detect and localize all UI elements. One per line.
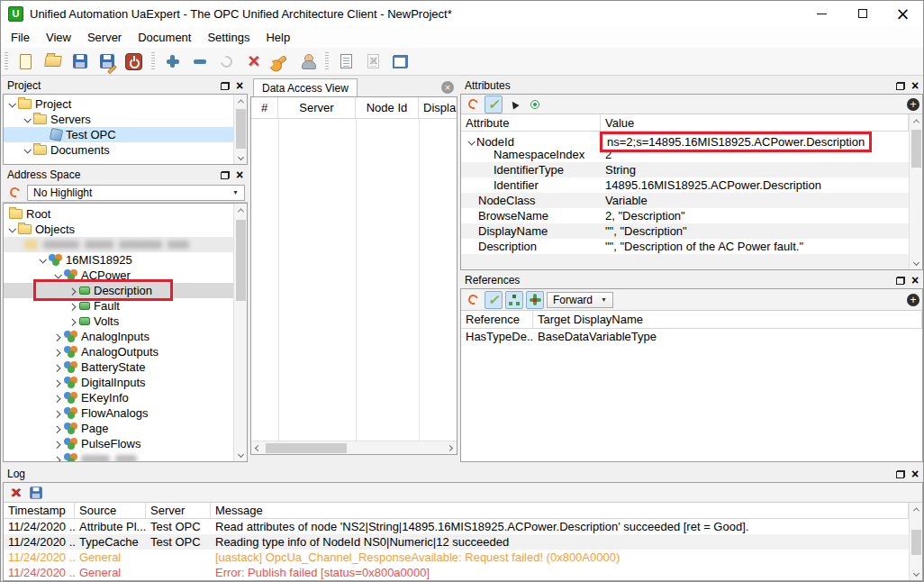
tree-item-ekeyinfo[interactable]: EKeyInfo [4, 390, 233, 405]
save-project-as-button[interactable] [95, 50, 118, 73]
attribute-row-nodeclass[interactable]: NodeClass Variable [461, 193, 909, 208]
scroll-down-icon[interactable] [234, 150, 248, 164]
toolbar-drag-handle[interactable] [151, 52, 155, 70]
close-panel-icon[interactable] [236, 168, 243, 182]
tree-item-documents[interactable]: Documents [4, 142, 233, 158]
chevron-right-icon[interactable] [53, 364, 60, 371]
direction-dropdown[interactable]: Forward [547, 292, 613, 308]
reconnect-server-button[interactable] [215, 50, 238, 73]
column-header-display[interactable]: Displa [419, 97, 457, 118]
attribute-row-description[interactable]: Description "", "Description of the AC P… [461, 239, 909, 254]
menu-help[interactable]: Help [258, 28, 298, 47]
clear-log-button[interactable] [6, 484, 24, 502]
column-header-target[interactable]: Target DisplayName [533, 311, 922, 328]
remove-document-button[interactable] [362, 50, 385, 73]
tree-item-objects[interactable]: Objects [4, 222, 233, 237]
highlight-filter-dropdown[interactable]: No Highlight [27, 185, 245, 201]
column-header-server[interactable]: Server [146, 503, 211, 518]
add-reference-button[interactable] [907, 294, 919, 306]
tree-item-volts[interactable]: Volts [4, 314, 233, 329]
attribute-row-identifier[interactable]: Identifier 14895.16MIS18925.ACPower.Desc… [461, 177, 909, 193]
refresh-button[interactable] [5, 184, 23, 202]
dav-horizontal-scrollbar[interactable] [251, 441, 457, 454]
column-header-source[interactable]: Source [75, 503, 146, 518]
tree-item-test-opc[interactable]: Test OPC [4, 127, 233, 142]
scroll-up-icon[interactable] [234, 204, 248, 217]
remove-selected-button[interactable] [242, 50, 265, 73]
hierarchical-references-toggle[interactable] [505, 291, 523, 309]
new-project-button[interactable] [14, 50, 37, 73]
column-header-timestamp[interactable]: Timestamp [4, 503, 75, 518]
chevron-right-icon[interactable] [68, 287, 76, 295]
save-project-button[interactable] [68, 50, 91, 73]
add-view-button[interactable] [389, 50, 412, 73]
tree-item-16mis18925[interactable]: 16MIS18925 [4, 252, 233, 268]
close-panel-icon[interactable] [911, 79, 919, 93]
tree-item-root[interactable]: Root [4, 206, 233, 222]
scrollbar-thumb[interactable] [911, 530, 921, 555]
scroll-right-icon[interactable] [443, 441, 457, 455]
scroll-down-icon[interactable] [910, 567, 923, 580]
address-space-scrollbar[interactable] [233, 204, 247, 461]
column-header-message[interactable]: Message [211, 503, 909, 518]
close-button[interactable] [883, 1, 923, 26]
refresh-button[interactable] [464, 291, 482, 309]
save-log-button[interactable] [27, 484, 45, 502]
tree-item-digitalinputs[interactable]: DigitalInputs [4, 375, 233, 390]
float-panel-icon[interactable] [896, 277, 905, 285]
change-user-button[interactable] [296, 50, 319, 73]
attribute-row-identifiertype[interactable]: IdentifierType String [461, 162, 909, 177]
chevron-right-icon[interactable] [68, 318, 76, 325]
chevron-down-icon[interactable] [8, 225, 15, 232]
reference-row[interactable]: HasTypeDe... BaseDataVariableType [461, 329, 922, 344]
scrollbar-thumb[interactable] [266, 443, 347, 453]
close-panel-icon[interactable] [911, 468, 919, 481]
tree-item-page[interactable]: Page [4, 421, 233, 436]
tab-data-access-view[interactable]: Data Access View [253, 78, 358, 96]
add-attribute-button[interactable] [907, 98, 919, 111]
remove-server-button[interactable] [188, 50, 211, 73]
chevron-right-icon[interactable] [53, 456, 60, 462]
chevron-down-icon[interactable] [39, 256, 46, 263]
auto-update-toggle[interactable] [485, 95, 503, 114]
follow-references-toggle[interactable] [526, 291, 544, 309]
scrollbar-thumb[interactable] [236, 220, 246, 301]
float-panel-icon[interactable] [896, 82, 905, 90]
tree-item-redacted[interactable] [4, 237, 233, 252]
tree-item-description[interactable]: Description [4, 283, 233, 298]
float-panel-icon[interactable] [896, 470, 905, 478]
chevron-down-icon[interactable] [54, 271, 61, 278]
chevron-down-icon[interactable] [23, 115, 31, 123]
column-header-value[interactable]: Value [601, 114, 909, 131]
scroll-up-icon[interactable] [910, 114, 923, 128]
follow-cursor-button[interactable] [505, 95, 523, 114]
tree-item-flowanalogs[interactable]: FlowAnalogs [4, 405, 233, 421]
menu-server[interactable]: Server [79, 28, 130, 47]
column-header-attribute[interactable]: Attribute [461, 114, 601, 131]
tree-item-fault[interactable]: Fault [4, 298, 233, 314]
tab-close-button[interactable] [441, 81, 454, 94]
attribute-row-displayname[interactable]: DisplayName "", "Description" [461, 223, 909, 239]
scroll-up-icon[interactable] [910, 503, 923, 516]
menu-file[interactable]: File [3, 28, 38, 47]
chevron-right-icon[interactable] [53, 395, 60, 402]
tree-item-project[interactable]: Project [4, 96, 233, 112]
menu-view[interactable]: View [38, 28, 79, 47]
tree-item-analogoutputs[interactable]: AnalogOutputs [4, 344, 233, 359]
chevron-down-icon[interactable] [23, 146, 31, 153]
project-scrollbar[interactable] [233, 95, 247, 164]
attribute-row-browsename[interactable]: BrowseName 2, "Description" [461, 208, 909, 223]
chevron-right-icon[interactable] [53, 410, 60, 417]
chevron-right-icon[interactable] [53, 379, 60, 386]
refresh-button[interactable] [464, 95, 482, 114]
column-header-index[interactable]: # [251, 97, 278, 118]
chevron-right-icon[interactable] [53, 349, 60, 356]
log-row-error[interactable]: 11/24/2020 ... General Error: Publish fa… [4, 565, 909, 580]
chevron-down-icon[interactable] [8, 100, 15, 107]
log-scrollbar[interactable] [909, 503, 922, 580]
float-panel-icon[interactable] [221, 82, 230, 90]
attribute-row-nodeid[interactable]: NodeId ns=2;s=14895.16MIS18925.ACPower.D… [461, 132, 909, 147]
chevron-right-icon[interactable] [53, 333, 60, 341]
add-document-button[interactable] [335, 50, 358, 73]
toolbar-drag-handle[interactable] [325, 52, 329, 70]
